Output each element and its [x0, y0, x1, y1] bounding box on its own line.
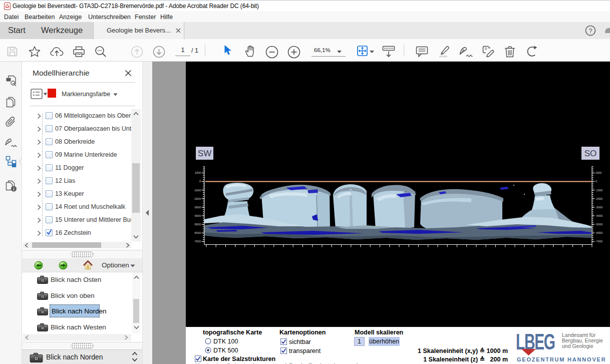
svg-text:-2000: -2000: [194, 197, 201, 200]
svg-text:-4000: -4000: [595, 214, 602, 217]
svg-text:-1000: -1000: [595, 189, 602, 192]
svg-text:0: 0: [199, 180, 201, 183]
svg-text:-5000: -5000: [595, 223, 602, 226]
svg-text:1000: 1000: [195, 171, 201, 174]
svg-text:-2000: -2000: [595, 197, 602, 200]
svg-text:0: 0: [595, 180, 597, 183]
svg-text:-6000: -6000: [194, 231, 201, 234]
svg-text:-4000: -4000: [194, 214, 201, 217]
svg-text:-7000: -7000: [595, 240, 602, 243]
svg-text:?: ?: [588, 27, 592, 35]
svg-text:-5000: -5000: [194, 223, 201, 226]
svg-text:SO: SO: [584, 149, 597, 158]
svg-text:-6000: -6000: [595, 231, 602, 234]
svg-text:1000: 1000: [595, 171, 601, 174]
svg-text:SW: SW: [198, 149, 211, 158]
svg-text:-3000: -3000: [194, 206, 201, 209]
svg-text:-3000: -3000: [595, 206, 602, 209]
svg-text:-1000: -1000: [194, 189, 201, 192]
svg-text:-7000: -7000: [194, 240, 201, 243]
